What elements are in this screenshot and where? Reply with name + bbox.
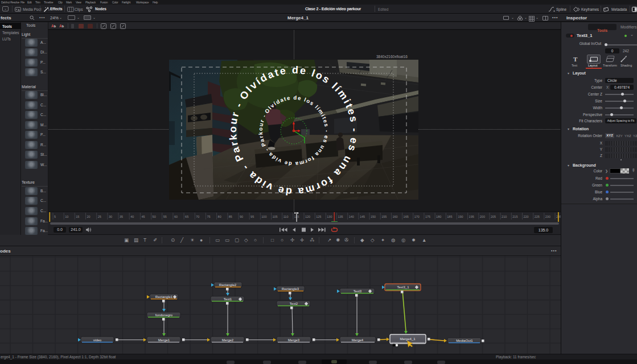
svg-text:Merge1: Merge1 bbox=[158, 338, 170, 342]
svg-text:90: 90 bbox=[240, 215, 243, 218]
svg-text:70: 70 bbox=[196, 215, 199, 218]
svg-text:140: 140 bbox=[349, 215, 354, 218]
svg-text:Text3: Text3 bbox=[354, 289, 362, 293]
svg-text:Merge4: Merge4 bbox=[352, 338, 364, 342]
svg-text:175: 175 bbox=[425, 215, 430, 218]
svg-text:Merge3: Merge3 bbox=[288, 338, 300, 342]
svg-text:MediaOut1: MediaOut1 bbox=[456, 339, 473, 342]
svg-text:20: 20 bbox=[87, 215, 91, 218]
svg-text:60: 60 bbox=[174, 215, 178, 218]
svg-text:110: 110 bbox=[283, 215, 289, 218]
svg-text:185: 185 bbox=[447, 215, 452, 218]
svg-text:Rectangle2: Rectangle2 bbox=[219, 283, 237, 287]
svg-text:35: 35 bbox=[120, 215, 123, 218]
svg-text:65: 65 bbox=[185, 215, 188, 218]
svg-text:145: 145 bbox=[360, 215, 365, 218]
svg-text:210: 210 bbox=[502, 215, 507, 218]
svg-text:45: 45 bbox=[141, 215, 145, 218]
svg-text:5: 5 bbox=[54, 215, 56, 218]
svg-text:55: 55 bbox=[163, 215, 167, 218]
svg-text:130: 130 bbox=[327, 215, 332, 218]
svg-text:135: 135 bbox=[338, 215, 343, 218]
svg-text:Rectangle1: Rectangle1 bbox=[155, 295, 173, 299]
svg-text:125: 125 bbox=[316, 215, 321, 218]
svg-text:Rectangle3: Rectangle3 bbox=[282, 287, 299, 291]
svg-text:30: 30 bbox=[109, 215, 112, 218]
svg-text:Text3_1: Text3_1 bbox=[397, 286, 409, 289]
svg-text:15: 15 bbox=[76, 215, 79, 218]
svg-text:video: video bbox=[93, 338, 102, 342]
svg-text:25: 25 bbox=[98, 215, 101, 218]
svg-text:95: 95 bbox=[250, 215, 254, 218]
svg-text:230: 230 bbox=[545, 215, 550, 218]
svg-text:75: 75 bbox=[207, 215, 210, 218]
svg-text:80: 80 bbox=[218, 215, 221, 218]
svg-text:200: 200 bbox=[480, 215, 485, 218]
svg-text:220: 220 bbox=[524, 215, 529, 218]
svg-text:105: 105 bbox=[273, 215, 278, 218]
svg-text:155: 155 bbox=[381, 215, 387, 218]
svg-text:225: 225 bbox=[535, 215, 540, 218]
svg-text:190: 190 bbox=[458, 215, 463, 218]
svg-text:180: 180 bbox=[436, 215, 441, 218]
svg-text:165: 165 bbox=[404, 215, 409, 218]
svg-text:100: 100 bbox=[261, 215, 266, 218]
svg-text:Merge4_1: Merge4_1 bbox=[400, 337, 416, 341]
svg-text:85: 85 bbox=[229, 215, 232, 218]
svg-text:fondonegro: fondonegro bbox=[155, 313, 173, 317]
svg-text:170: 170 bbox=[414, 215, 420, 218]
svg-text:205: 205 bbox=[491, 215, 496, 218]
svg-text:215: 215 bbox=[512, 215, 517, 218]
svg-text:Text2: Text2 bbox=[290, 302, 298, 305]
svg-text:120: 120 bbox=[305, 215, 310, 218]
svg-text:195: 195 bbox=[469, 215, 474, 218]
svg-text:150: 150 bbox=[371, 215, 376, 218]
svg-text:Merge2: Merge2 bbox=[222, 338, 234, 342]
svg-text:50: 50 bbox=[153, 215, 156, 218]
svg-text:10: 10 bbox=[65, 215, 68, 218]
svg-text:40: 40 bbox=[130, 215, 134, 218]
svg-text:160: 160 bbox=[392, 215, 397, 218]
svg-text:Text1: Text1 bbox=[224, 297, 232, 301]
